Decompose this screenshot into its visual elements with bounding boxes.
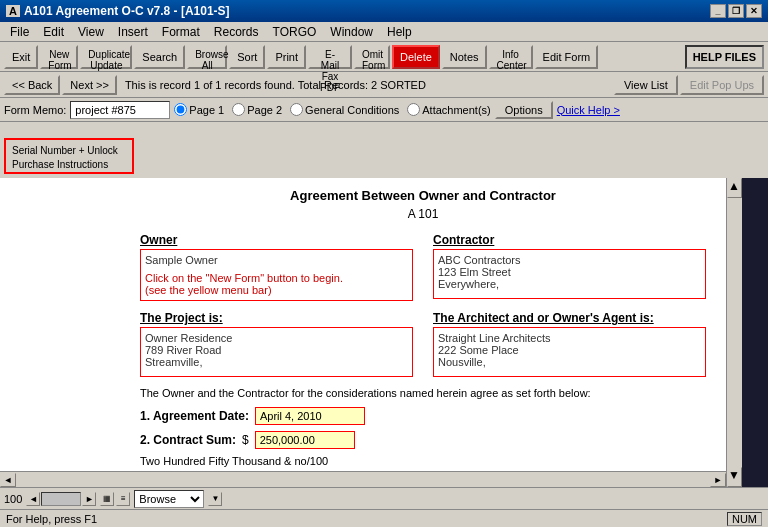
page2-label: Page 2 <box>247 104 282 116</box>
form-scroll-area: Agreement Between Owner and Contractor A… <box>0 178 726 471</box>
architect-line2: 222 Some Place <box>438 344 701 356</box>
contractor-label: Contractor <box>433 233 706 247</box>
quick-help-link[interactable]: Quick Help > <box>557 104 620 116</box>
agreement-date-row: 1. Agreement Date: <box>140 407 706 425</box>
view-list-button[interactable]: View List <box>614 75 678 95</box>
info-center-button[interactable]: Info Center <box>489 45 533 69</box>
view-icons: ▦ ≡ <box>100 492 130 506</box>
serial-line1: Serial Number + Unlock <box>12 144 126 158</box>
contractor-line3: Everywhere, <box>438 278 701 290</box>
general-conditions-label: General Conditions <box>305 104 399 116</box>
next-button[interactable]: Next >> <box>62 75 117 95</box>
edit-popup-button[interactable]: Edit Pop Ups <box>680 75 764 95</box>
bottom-bar: 100 ◄ ► ▦ ≡ Browse ▼ <box>0 487 768 509</box>
agreement-date-label: 1. Agreement Date: <box>140 409 249 423</box>
attachments-radio[interactable]: Attachment(s) <box>407 103 490 116</box>
form-view-icon[interactable]: ▦ <box>100 492 114 506</box>
duplicate-update-button[interactable]: Duplicate Update <box>80 45 132 69</box>
architect-line3: Nousville, <box>438 356 701 368</box>
general-conditions-radio[interactable]: General Conditions <box>290 103 399 116</box>
page2-radio[interactable]: Page 2 <box>232 103 282 116</box>
edit-form-button[interactable]: Edit Form <box>535 45 599 69</box>
view-mode-select[interactable]: Browse <box>134 490 204 508</box>
options-button[interactable]: Options <box>495 101 553 119</box>
project-label: The Project is: <box>140 311 413 325</box>
email-fax-pdf-button[interactable]: E-Mail Fax PDF <box>308 45 352 69</box>
menu-help[interactable]: Help <box>381 24 418 40</box>
architect-label: The Architect and or Owner's Agent is: <box>433 311 706 325</box>
serial-line2: Purchase Instructions <box>12 158 126 172</box>
menu-records[interactable]: Records <box>208 24 265 40</box>
zoom-slider-right[interactable]: ► <box>82 492 96 506</box>
new-form-button[interactable]: New Form <box>40 45 78 69</box>
architect-column: The Architect and or Owner's Agent is: S… <box>433 311 706 377</box>
num-indicator: NUM <box>727 512 762 526</box>
toolbar: Exit New Form Duplicate Update Search Br… <box>0 42 768 72</box>
scroll-right-button[interactable]: ► <box>710 473 726 487</box>
horizontal-scrollbar[interactable]: ◄ ► <box>0 471 726 487</box>
menu-window[interactable]: Window <box>324 24 379 40</box>
title-bar-controls: _ ❐ ✕ <box>710 4 762 18</box>
scroll-down-button[interactable]: ▼ <box>727 467 742 487</box>
memo-label: Form Memo: <box>4 104 66 116</box>
print-button[interactable]: Print <box>267 45 306 69</box>
help-status: For Help, press F1 <box>6 513 97 525</box>
owner-field-box[interactable]: Sample Owner Click on the "New Form" but… <box>140 249 413 301</box>
menu-insert[interactable]: Insert <box>112 24 154 40</box>
zoom-slider-left[interactable]: ◄ <box>26 492 40 506</box>
memo-field[interactable] <box>70 101 170 119</box>
omit-form-button[interactable]: Omit Form <box>354 45 390 69</box>
delete-button[interactable]: Delete <box>392 45 440 69</box>
scroll-up-button[interactable]: ▲ <box>727 178 742 198</box>
sort-button[interactable]: Sort <box>229 45 265 69</box>
agreement-text: The Owner and the Contractor for the con… <box>140 387 706 399</box>
page1-radio[interactable]: Page 1 <box>174 103 224 116</box>
status-bar: For Help, press F1 NUM <box>0 509 768 527</box>
help-files-panel: HELP FILES <box>685 45 764 69</box>
exit-button[interactable]: Exit <box>4 45 38 69</box>
serial-panel[interactable]: Serial Number + Unlock Purchase Instruct… <box>4 138 134 174</box>
menu-format[interactable]: Format <box>156 24 206 40</box>
notes-button[interactable]: Notes <box>442 45 487 69</box>
contract-sum-input[interactable] <box>255 431 355 449</box>
contract-sum-label: 2. Contract Sum: <box>140 433 236 447</box>
scroll-track <box>727 198 742 467</box>
contractor-field-box[interactable]: ABC Contractors 123 Elm Street Everywher… <box>433 249 706 299</box>
close-button[interactable]: ✕ <box>746 4 762 18</box>
project-field-box[interactable]: Owner Residence 789 River Road Streamvil… <box>140 327 413 377</box>
scroll-left-button[interactable]: ◄ <box>0 473 16 487</box>
main-content-area: ▲ ▼ Agreement Between Owner and Contract… <box>0 178 768 487</box>
menu-torgo[interactable]: TORGO <box>267 24 323 40</box>
contractor-line1: ABC Contractors <box>438 254 701 266</box>
right-panel <box>742 178 768 487</box>
view-dropdown-arrow[interactable]: ▼ <box>208 492 222 506</box>
contractor-column: Contractor ABC Contractors 123 Elm Stree… <box>433 233 706 301</box>
owner-label: Owner <box>140 233 413 247</box>
form-title: Agreement Between Owner and Contractor <box>140 188 706 203</box>
menu-view[interactable]: View <box>72 24 110 40</box>
owner-column: Owner Sample Owner Click on the "New For… <box>140 233 413 301</box>
minimize-button[interactable]: _ <box>710 4 726 18</box>
owner-red-text2: (see the yellow menu bar) <box>145 284 408 296</box>
list-view-icon[interactable]: ≡ <box>116 492 130 506</box>
page-radio-group: Page 1 Page 2 General Conditions Attachm… <box>174 103 490 116</box>
browse-all-button[interactable]: Browse All <box>187 45 227 69</box>
architect-field-box[interactable]: Straight Line Architects 222 Some Place … <box>433 327 706 377</box>
contractor-line2: 123 Elm Street <box>438 266 701 278</box>
restore-button[interactable]: ❐ <box>728 4 744 18</box>
back-button[interactable]: << Back <box>4 75 60 95</box>
menu-file[interactable]: File <box>4 24 35 40</box>
memo-bar: Form Memo: Page 1 Page 2 General Conditi… <box>0 98 768 122</box>
zoom-slider-track[interactable] <box>41 492 81 506</box>
architect-line1: Straight Line Architects <box>438 332 701 344</box>
project-architect-row: The Project is: Owner Residence 789 Rive… <box>140 311 706 377</box>
owner-contractor-row: Owner Sample Owner Click on the "New For… <box>140 233 706 301</box>
form-subtitle: A 101 <box>140 207 706 221</box>
page1-label: Page 1 <box>189 104 224 116</box>
zoom-level: 100 <box>4 493 22 505</box>
search-button[interactable]: Search <box>134 45 185 69</box>
agreement-date-input[interactable] <box>255 407 365 425</box>
contract-sum-text: Two Hundred Fifty Thousand & no/100 <box>140 455 706 467</box>
vertical-scrollbar[interactable]: ▲ ▼ <box>726 178 742 487</box>
menu-edit[interactable]: Edit <box>37 24 70 40</box>
